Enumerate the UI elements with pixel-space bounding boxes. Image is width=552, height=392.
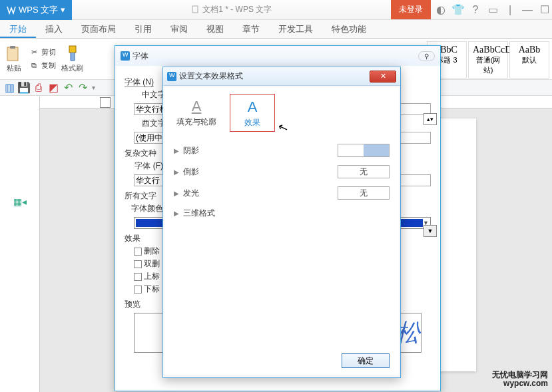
wps-icon [121, 51, 130, 61]
dropdown-icon: ▾ [61, 5, 65, 15]
format-painter-button[interactable]: 格式刷 [61, 45, 83, 73]
redo-icon[interactable]: ↷ [77, 83, 88, 93]
caret-icon: ▶ [174, 168, 182, 176]
tab-font-n[interactable]: 字体 (N) [125, 77, 154, 87]
text-fill-icon: A [192, 98, 202, 115]
underline-combo-arrow[interactable]: ▼ [423, 225, 437, 237]
text-effects-title: 设置文本效果格式 [179, 71, 243, 82]
svg-rect-0 [192, 6, 198, 13]
size-spinner[interactable]: ▴▾ [423, 113, 437, 125]
text-effects-dialog: 设置文本效果格式 ✕ A 填充与轮廓 A 效果 ↖ ▶ 阴影 ▶ 倒影 无 [162, 67, 401, 378]
text-effects-titlebar[interactable]: 设置文本效果格式 ✕ [163, 67, 400, 86]
caret-icon: ▶ [174, 147, 182, 154]
tab-insert[interactable]: 插入 [36, 20, 72, 38]
3d-format-row[interactable]: ▶ 三维格式 [174, 204, 390, 223]
divider: | [503, 3, 517, 17]
strike-checkbox[interactable] [134, 248, 142, 256]
watermark: 无忧电脑学习网 wypcw.com [492, 371, 548, 388]
new-doc-icon[interactable]: ▥ [4, 83, 15, 93]
nav-thumbnail-icon[interactable]: ▦◂ [13, 196, 27, 207]
font-f-label: 字体 (F) [125, 160, 163, 172]
tab-dev-tools[interactable]: 开发工具 [269, 20, 322, 38]
tab-chapter[interactable]: 章节 [233, 20, 269, 38]
save-icon[interactable]: 💾 [19, 83, 29, 93]
caret-icon: ▶ [174, 190, 182, 197]
text-effects-icon: A [248, 98, 258, 116]
svg-rect-3 [69, 46, 76, 53]
close-button[interactable]: ✕ [370, 71, 396, 83]
brush-icon [65, 45, 80, 63]
subscript-checkbox[interactable] [134, 286, 142, 294]
tab-view[interactable]: 视图 [197, 20, 233, 38]
copy-button[interactable]: ⧉ 复制 [28, 60, 56, 72]
maximize-button[interactable]: ☐ [537, 3, 552, 17]
minimize-button[interactable]: — [520, 3, 535, 17]
tab-effects[interactable]: A 效果 [230, 94, 275, 132]
tab-page-layout[interactable]: 页面布局 [72, 20, 125, 38]
ok-button[interactable]: 确定 [342, 353, 390, 368]
style-default[interactable]: AaBb 默认 [509, 41, 549, 79]
superscript-checkbox[interactable] [134, 273, 142, 281]
scissors-icon: ✂ [28, 47, 40, 59]
paste-icon [5, 45, 23, 63]
tab-start[interactable]: 开始 [0, 20, 36, 38]
sync-icon[interactable]: ◐ [433, 3, 448, 17]
font-dialog-title: 字体 [133, 51, 148, 62]
document-title: 文档1 * - WPS 文字 [72, 4, 391, 15]
ribbon-collapse-icon[interactable]: ▭ [485, 3, 500, 17]
qat-dropdown-icon[interactable]: ▾ [92, 84, 95, 91]
doc-icon [191, 5, 199, 13]
login-button[interactable]: 未登录 [391, 0, 431, 19]
styles-gallery: aBbC 标题 3 AaBbCcD 普通(网站) AaBb 默认 [427, 41, 549, 79]
close-icon: ✕ [380, 72, 386, 81]
cut-button[interactable]: ✂ 剪切 [28, 47, 56, 59]
style-normal-web[interactable]: AaBbCcD 普通(网站) [468, 41, 508, 79]
ribbon-tabs: 开始 插入 页面布局 引用 审阅 视图 章节 开发工具 特色功能 [0, 20, 552, 39]
skin-icon[interactable]: 👕 [451, 3, 465, 17]
wps-logo-icon [7, 5, 16, 15]
glow-row[interactable]: ▶ 发光 无 [174, 182, 390, 204]
title-bar: WPS 文字 ▾ 文档1 * - WPS 文字 未登录 ◐ 👕 ? ▭ | — … [0, 0, 552, 20]
font-dialog-titlebar[interactable]: 字体 ⚲ [115, 46, 440, 66]
tab-references[interactable]: 引用 [125, 20, 161, 38]
caret-icon: ▶ [174, 210, 182, 217]
shadow-combo[interactable] [338, 144, 390, 157]
svg-rect-2 [10, 46, 15, 49]
app-name: WPS 文字 [19, 4, 58, 16]
help-icon[interactable]: ? [468, 3, 483, 17]
tab-fill-outline[interactable]: A 填充与轮廓 [174, 94, 219, 132]
font-color-label: 字体颜色 [125, 203, 163, 214]
tab-stop-left[interactable] [100, 97, 111, 108]
pin-button[interactable]: ⚲ [418, 51, 435, 61]
copy-icon: ⧉ [28, 60, 40, 72]
print-icon[interactable]: ⎙ [33, 83, 44, 93]
navigation-panel: ▦◂ [0, 97, 40, 392]
tab-features[interactable]: 特色功能 [322, 20, 376, 38]
reflection-row[interactable]: ▶ 倒影 无 [174, 161, 390, 182]
double-strike-checkbox[interactable] [134, 260, 142, 268]
svg-rect-1 [7, 47, 18, 61]
print-preview-icon[interactable]: ◩ [48, 83, 59, 93]
glow-combo[interactable]: 无 [338, 186, 390, 200]
undo-icon[interactable]: ↶ [63, 83, 73, 93]
wps-icon [167, 72, 176, 81]
paste-button[interactable]: 粘贴 [5, 45, 23, 73]
shadow-row[interactable]: ▶ 阴影 [174, 140, 390, 161]
tab-review[interactable]: 审阅 [161, 20, 197, 38]
app-menu-button[interactable]: WPS 文字 ▾ [0, 0, 72, 20]
reflection-combo[interactable]: 无 [338, 165, 390, 178]
